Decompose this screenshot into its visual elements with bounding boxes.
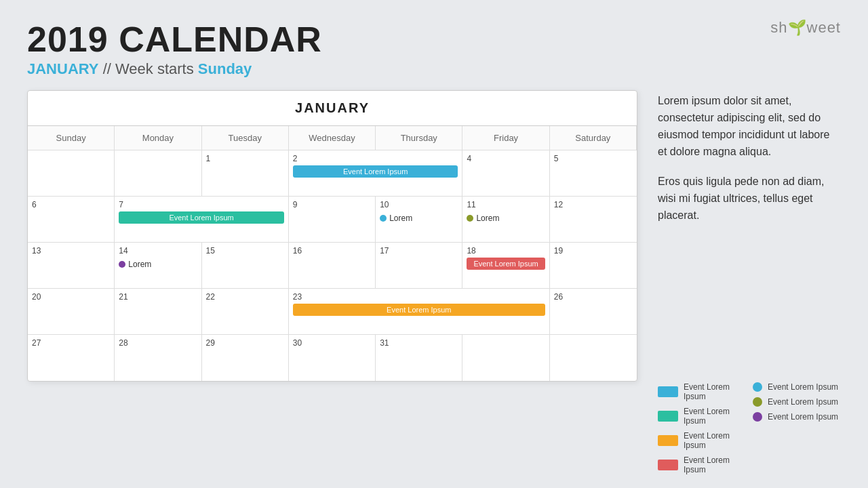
- event-dot-label: Lorem: [476, 214, 499, 223]
- table-row: 9: [289, 197, 376, 243]
- event-dot-item: Lorem: [119, 260, 197, 269]
- subtitle-mid: // Week starts: [103, 60, 198, 77]
- day-number: 19: [554, 246, 633, 256]
- day-header: Thursday: [376, 126, 462, 150]
- table-row: 5: [550, 150, 637, 197]
- day-header: Monday: [115, 126, 201, 150]
- day-number: 11: [467, 200, 545, 209]
- table-row: 19: [550, 243, 637, 289]
- legend-label: Event Lorem Ipsum: [768, 382, 838, 392]
- legend-item: Event Lorem Ipsum: [753, 397, 841, 407]
- legend-color-box: [658, 460, 678, 470]
- right-text-2: Eros quis ligula pede non ad diam, wisi …: [658, 174, 841, 224]
- table-row: 22: [202, 289, 289, 335]
- legend-item: Event Lorem Ipsum: [658, 455, 746, 474]
- event-bar: Event Lorem Ipsum: [293, 304, 545, 316]
- day-number: 18: [467, 246, 545, 256]
- day-number: 21: [119, 292, 197, 302]
- day-header: Tuesday: [202, 126, 289, 150]
- legend-label: Event Lorem Ipsum: [684, 455, 746, 474]
- right-panel: Lorem ipsum dolor sit amet, consectetur …: [658, 90, 841, 474]
- table-row: [28, 150, 115, 197]
- table-row: 14Lorem: [115, 243, 201, 289]
- day-number: 6: [32, 200, 110, 209]
- legend-item: Event Lorem Ipsum: [753, 382, 841, 392]
- legend-color-box: [658, 435, 678, 446]
- event-dot-item: Lorem: [467, 214, 545, 223]
- calendar-month-title: JANUARY: [37, 100, 627, 116]
- day-number: 9: [293, 200, 371, 209]
- dot-icon: [380, 215, 387, 222]
- day-header: Wednesday: [289, 126, 376, 150]
- right-text-1: Lorem ipsum dolor sit amet, consectetur …: [658, 93, 841, 160]
- header: 2019 CALENDAR JANUARY // Week starts Sun…: [27, 20, 841, 78]
- table-row: 30: [289, 335, 376, 381]
- legend-item: Event Lorem Ipsum: [658, 382, 746, 401]
- legend-label: Event Lorem Ipsum: [684, 382, 746, 401]
- day-number: 10: [380, 200, 458, 209]
- day-number: 2: [293, 154, 458, 163]
- day-number: 7: [119, 200, 284, 209]
- day-number: 4: [467, 154, 545, 163]
- event-bar: Event Lorem Ipsum: [467, 258, 545, 270]
- day-number: 28: [119, 338, 197, 348]
- day-number: 13: [32, 246, 110, 256]
- legend-color-box: [658, 386, 678, 397]
- day-number: 20: [32, 292, 110, 302]
- legend-color-circle: [753, 397, 762, 407]
- table-row: 2Event Lorem Ipsum: [289, 150, 463, 197]
- day-number: 30: [293, 338, 371, 348]
- day-number: 5: [554, 154, 633, 163]
- legend-item: Event Lorem Ipsum: [658, 407, 746, 426]
- logo: sh🌱weet: [770, 19, 841, 37]
- event-dot-label: Lorem: [389, 214, 412, 223]
- table-row: [550, 335, 637, 381]
- table-row: 7Event Lorem Ipsum: [115, 197, 289, 243]
- content-row: JANUARY SundayMondayTuesdayWednesdayThur…: [27, 90, 841, 474]
- dot-icon: [119, 261, 125, 268]
- event-dot-label: Lorem: [128, 260, 151, 269]
- table-row: 12: [550, 197, 637, 243]
- event-dot-item: Lorem: [380, 214, 458, 223]
- legend-color-box: [658, 411, 678, 422]
- day-number: 27: [32, 338, 110, 348]
- calendar-section: JANUARY SundayMondayTuesdayWednesdayThur…: [27, 90, 637, 474]
- day-number: 26: [554, 292, 633, 302]
- table-row: 4: [462, 150, 549, 197]
- legend-label: Event Lorem Ipsum: [768, 397, 838, 407]
- subtitle: JANUARY // Week starts Sunday: [27, 60, 841, 78]
- main-container: sh🌱weet 2019 CALENDAR JANUARY // Week st…: [0, 0, 868, 488]
- day-number: 16: [293, 246, 371, 256]
- legend-left-col: Event Lorem IpsumEvent Lorem IpsumEvent …: [658, 382, 746, 474]
- day-number: 22: [206, 292, 284, 302]
- table-row: 6: [28, 197, 115, 243]
- day-number: 12: [554, 200, 633, 209]
- day-number: 1: [206, 154, 284, 163]
- legend-color-circle: [753, 412, 762, 422]
- table-row: 15: [202, 243, 289, 289]
- table-row: 11Lorem: [462, 197, 549, 243]
- table-row: 20: [28, 289, 115, 335]
- table-row: [115, 150, 201, 197]
- day-header: Saturday: [550, 126, 637, 150]
- legend-label: Event Lorem Ipsum: [684, 431, 746, 450]
- logo-icon: 🌱: [788, 19, 807, 36]
- legend-right-col: Event Lorem IpsumEvent Lorem IpsumEvent …: [753, 382, 841, 474]
- table-row: 13: [28, 243, 115, 289]
- calendar-header: JANUARY: [28, 91, 637, 126]
- day-number: 15: [206, 246, 284, 256]
- table-row: 23Event Lorem Ipsum: [289, 289, 550, 335]
- table-row: 17: [376, 243, 462, 289]
- table-row: [462, 335, 549, 381]
- week-start-label: Sunday: [198, 60, 252, 77]
- table-row: 18Event Lorem Ipsum: [462, 243, 549, 289]
- month-label: JANUARY: [27, 60, 99, 77]
- table-row: 27: [28, 335, 115, 381]
- day-number: 14: [119, 246, 197, 256]
- legend-color-circle: [753, 382, 762, 392]
- day-number: 17: [380, 246, 458, 256]
- table-row: 28: [115, 335, 201, 381]
- table-row: 29: [202, 335, 289, 381]
- legend-label: Event Lorem Ipsum: [768, 412, 838, 422]
- day-headers-row: SundayMondayTuesdayWednesdayThursdayFrid…: [28, 126, 637, 381]
